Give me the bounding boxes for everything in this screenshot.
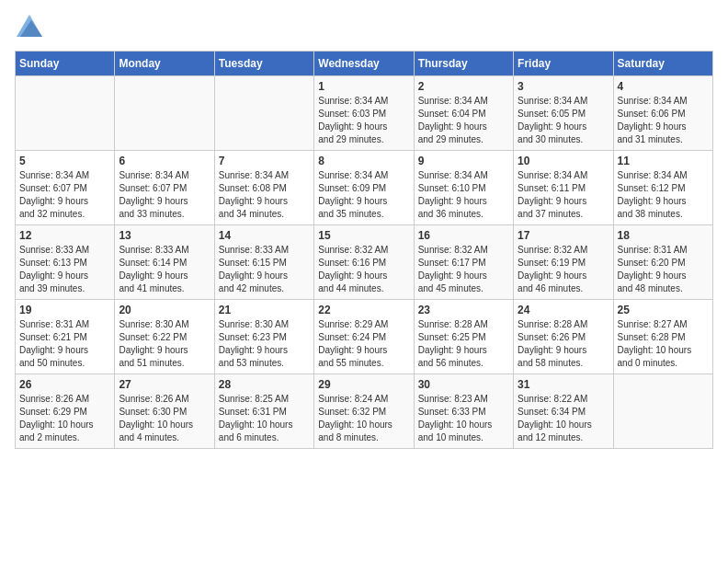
calendar-cell: 30Sunrise: 8:23 AM Sunset: 6:33 PM Dayli…	[414, 374, 513, 449]
day-number: 31	[518, 378, 609, 391]
day-info: Sunrise: 8:34 AM Sunset: 6:11 PM Dayligh…	[518, 169, 609, 221]
day-number: 15	[318, 229, 409, 242]
column-header-thursday: Thursday	[414, 52, 513, 76]
day-number: 25	[618, 304, 709, 316]
day-number: 27	[119, 378, 210, 391]
day-info: Sunrise: 8:34 AM Sunset: 6:09 PM Dayligh…	[318, 169, 409, 221]
day-info: Sunrise: 8:25 AM Sunset: 6:31 PM Dayligh…	[219, 393, 310, 444]
day-number: 29	[318, 378, 409, 391]
calendar-cell: 11Sunrise: 8:34 AM Sunset: 6:12 PM Dayli…	[613, 151, 712, 225]
day-info: Sunrise: 8:28 AM Sunset: 6:26 PM Dayligh…	[518, 318, 609, 370]
day-number: 12	[19, 229, 110, 242]
day-info: Sunrise: 8:30 AM Sunset: 6:23 PM Dayligh…	[219, 318, 310, 370]
calendar-week-row: 5Sunrise: 8:34 AM Sunset: 6:07 PM Daylig…	[16, 151, 713, 225]
page-header	[15, 15, 713, 41]
day-number: 26	[19, 378, 110, 391]
day-number: 20	[119, 304, 210, 316]
calendar-week-row: 1Sunrise: 8:34 AM Sunset: 6:03 PM Daylig…	[16, 76, 713, 151]
day-info: Sunrise: 8:23 AM Sunset: 6:33 PM Dayligh…	[418, 393, 509, 444]
calendar-cell: 27Sunrise: 8:26 AM Sunset: 6:30 PM Dayli…	[115, 374, 214, 449]
calendar-cell: 1Sunrise: 8:34 AM Sunset: 6:03 PM Daylig…	[314, 76, 414, 151]
day-number: 9	[418, 155, 509, 167]
day-number: 4	[618, 80, 709, 93]
calendar-cell: 16Sunrise: 8:32 AM Sunset: 6:17 PM Dayli…	[414, 225, 513, 300]
calendar-cell: 23Sunrise: 8:28 AM Sunset: 6:25 PM Dayli…	[414, 300, 513, 374]
day-number: 28	[219, 378, 310, 391]
calendar-header-row: SundayMondayTuesdayWednesdayThursdayFrid…	[16, 52, 713, 76]
day-number: 8	[318, 155, 409, 167]
column-header-friday: Friday	[514, 52, 613, 76]
calendar-cell: 26Sunrise: 8:26 AM Sunset: 6:29 PM Dayli…	[16, 374, 115, 449]
calendar-cell: 4Sunrise: 8:34 AM Sunset: 6:06 PM Daylig…	[613, 76, 712, 151]
day-number: 30	[418, 378, 509, 391]
day-number: 19	[19, 304, 110, 316]
day-number: 1	[318, 80, 409, 93]
day-info: Sunrise: 8:33 AM Sunset: 6:15 PM Dayligh…	[219, 244, 310, 295]
day-number: 21	[219, 304, 310, 316]
day-number: 16	[418, 229, 509, 242]
calendar-cell: 31Sunrise: 8:22 AM Sunset: 6:34 PM Dayli…	[514, 374, 613, 449]
day-number: 14	[219, 229, 310, 242]
day-number: 5	[19, 155, 110, 167]
day-info: Sunrise: 8:34 AM Sunset: 6:03 PM Dayligh…	[318, 95, 409, 146]
day-number: 13	[119, 229, 210, 242]
calendar-cell: 3Sunrise: 8:34 AM Sunset: 6:05 PM Daylig…	[514, 76, 613, 151]
day-info: Sunrise: 8:34 AM Sunset: 6:04 PM Dayligh…	[418, 95, 509, 146]
calendar-cell: 12Sunrise: 8:33 AM Sunset: 6:13 PM Dayli…	[16, 225, 115, 300]
column-header-sunday: Sunday	[16, 52, 115, 76]
day-info: Sunrise: 8:32 AM Sunset: 6:16 PM Dayligh…	[318, 244, 409, 295]
day-info: Sunrise: 8:34 AM Sunset: 6:07 PM Dayligh…	[19, 169, 110, 221]
day-info: Sunrise: 8:28 AM Sunset: 6:25 PM Dayligh…	[418, 318, 509, 370]
calendar-week-row: 19Sunrise: 8:31 AM Sunset: 6:21 PM Dayli…	[16, 300, 713, 374]
day-number: 11	[618, 155, 709, 167]
calendar-week-row: 26Sunrise: 8:26 AM Sunset: 6:29 PM Dayli…	[16, 374, 713, 449]
calendar-table: SundayMondayTuesdayWednesdayThursdayFrid…	[15, 51, 713, 449]
day-info: Sunrise: 8:26 AM Sunset: 6:29 PM Dayligh…	[19, 393, 110, 444]
column-header-saturday: Saturday	[613, 52, 712, 76]
calendar-cell	[16, 76, 115, 151]
calendar-cell: 8Sunrise: 8:34 AM Sunset: 6:09 PM Daylig…	[314, 151, 414, 225]
day-number: 17	[518, 229, 609, 242]
day-number: 18	[618, 229, 709, 242]
day-info: Sunrise: 8:34 AM Sunset: 6:07 PM Dayligh…	[119, 169, 210, 221]
calendar-cell: 29Sunrise: 8:24 AM Sunset: 6:32 PM Dayli…	[314, 374, 414, 449]
column-header-wednesday: Wednesday	[314, 52, 414, 76]
logo-icon	[17, 15, 42, 37]
calendar-cell	[613, 374, 712, 449]
day-number: 3	[518, 80, 609, 93]
day-info: Sunrise: 8:31 AM Sunset: 6:20 PM Dayligh…	[618, 244, 709, 295]
calendar-cell: 2Sunrise: 8:34 AM Sunset: 6:04 PM Daylig…	[414, 76, 513, 151]
calendar-cell: 13Sunrise: 8:33 AM Sunset: 6:14 PM Dayli…	[115, 225, 214, 300]
calendar-cell: 9Sunrise: 8:34 AM Sunset: 6:10 PM Daylig…	[414, 151, 513, 225]
calendar-cell: 14Sunrise: 8:33 AM Sunset: 6:15 PM Dayli…	[214, 225, 313, 300]
column-header-tuesday: Tuesday	[214, 52, 313, 76]
calendar-cell: 21Sunrise: 8:30 AM Sunset: 6:23 PM Dayli…	[214, 300, 313, 374]
day-info: Sunrise: 8:27 AM Sunset: 6:28 PM Dayligh…	[618, 318, 709, 370]
day-info: Sunrise: 8:34 AM Sunset: 6:10 PM Dayligh…	[418, 169, 509, 221]
logo	[15, 15, 42, 41]
calendar-cell: 19Sunrise: 8:31 AM Sunset: 6:21 PM Dayli…	[16, 300, 115, 374]
calendar-cell: 24Sunrise: 8:28 AM Sunset: 6:26 PM Dayli…	[514, 300, 613, 374]
day-info: Sunrise: 8:32 AM Sunset: 6:19 PM Dayligh…	[518, 244, 609, 295]
calendar-cell: 5Sunrise: 8:34 AM Sunset: 6:07 PM Daylig…	[16, 151, 115, 225]
day-info: Sunrise: 8:26 AM Sunset: 6:30 PM Dayligh…	[119, 393, 210, 444]
day-number: 10	[518, 155, 609, 167]
calendar-cell: 6Sunrise: 8:34 AM Sunset: 6:07 PM Daylig…	[115, 151, 214, 225]
day-info: Sunrise: 8:34 AM Sunset: 6:05 PM Dayligh…	[518, 95, 609, 146]
day-info: Sunrise: 8:34 AM Sunset: 6:06 PM Dayligh…	[618, 95, 709, 146]
day-info: Sunrise: 8:34 AM Sunset: 6:12 PM Dayligh…	[618, 169, 709, 221]
day-number: 2	[418, 80, 509, 93]
day-info: Sunrise: 8:33 AM Sunset: 6:13 PM Dayligh…	[19, 244, 110, 295]
day-number: 23	[418, 304, 509, 316]
calendar-cell: 10Sunrise: 8:34 AM Sunset: 6:11 PM Dayli…	[514, 151, 613, 225]
column-header-monday: Monday	[115, 52, 214, 76]
day-number: 24	[518, 304, 609, 316]
calendar-cell: 25Sunrise: 8:27 AM Sunset: 6:28 PM Dayli…	[613, 300, 712, 374]
day-info: Sunrise: 8:31 AM Sunset: 6:21 PM Dayligh…	[19, 318, 110, 370]
calendar-cell: 18Sunrise: 8:31 AM Sunset: 6:20 PM Dayli…	[613, 225, 712, 300]
calendar-cell: 22Sunrise: 8:29 AM Sunset: 6:24 PM Dayli…	[314, 300, 414, 374]
calendar-cell: 20Sunrise: 8:30 AM Sunset: 6:22 PM Dayli…	[115, 300, 214, 374]
day-info: Sunrise: 8:24 AM Sunset: 6:32 PM Dayligh…	[318, 393, 409, 444]
calendar-cell	[115, 76, 214, 151]
day-number: 22	[318, 304, 409, 316]
